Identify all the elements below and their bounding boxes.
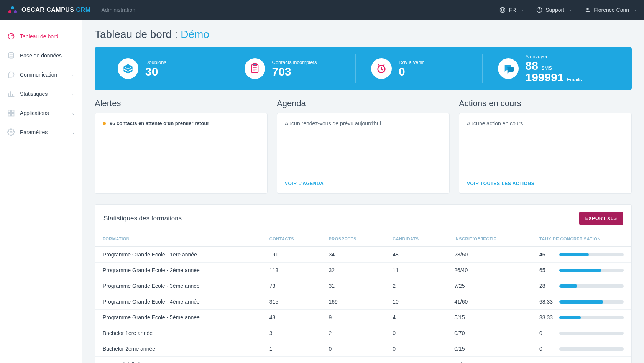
admin-link[interactable]: Administration [101,7,135,13]
cell-taux: 46 [532,247,631,263]
table-row[interactable]: Programme Grande Ecole - 3ème année 73 3… [95,278,631,294]
alerts-title: Alertes [95,99,268,108]
table-row[interactable]: Programme Grande Ecole - 1ère année 191 … [95,247,631,263]
stat-chat[interactable]: A envoyer88SMS199991Emails [482,54,609,83]
sidebar-item-stats[interactable]: Statistiques ⌄ [0,84,82,103]
stat-layers[interactable]: Doublons30 [118,54,229,83]
agenda-empty: Aucun rendez-vous de prévu aujourd'hui [285,120,442,126]
user-icon [585,7,591,13]
col-2[interactable]: PROSPECTS [321,232,385,247]
cell-io: 41/60 [447,294,532,310]
stat-unit: Emails [567,77,582,82]
sidebar-item-database[interactable]: Base de données [0,46,82,65]
cell-contacts: 315 [262,294,321,310]
stats-icon [7,90,15,98]
chevron-down-icon: ⌄ [72,72,75,77]
cell-io: 26/40 [447,263,532,278]
svg-rect-11 [8,114,11,116]
stat-clock[interactable]: Rdv à venir0 [355,54,482,83]
cell-prospects: 9 [321,310,385,325]
stat-clipboard[interactable]: Contacts incomplets703 [229,54,356,83]
col-3[interactable]: CANDIDATS [385,232,447,247]
cell-io: 0/15 [447,341,532,357]
chevron-down-icon: ⌄ [72,130,75,135]
stat-value: 199991 [526,72,564,83]
table-row[interactable]: Bachelor 2ème année 1 0 0 0/15 0 [95,341,631,357]
export-xls-button[interactable]: EXPORT XLS [579,212,623,225]
alert-item[interactable]: 96 contacts en attente d'un premier reto… [103,120,260,126]
brand-name: OSCAR CAMPUS CRM [21,7,90,13]
cell-formation: Programme Grande Ecole - 3ème année [95,278,262,294]
col-0[interactable]: FORMATION [95,232,262,247]
stats-strip: Doublons30 Contacts incomplets703 Rdv à … [95,47,632,90]
user-menu[interactable]: Florence Cann▾ [585,7,636,13]
alerts-card: 96 contacts en attente d'un premier reto… [95,113,268,194]
svg-point-8 [8,53,13,54]
help-icon [536,7,542,13]
stat-label: A envoyer [526,54,582,59]
cell-contacts: 3 [262,325,321,341]
alert-text: 96 contacts en attente d'un premier reto… [110,120,209,126]
cell-candidats: 10 [385,294,447,310]
actions-title: Actions en cours [459,99,632,108]
sidebar-item-apps[interactable]: Applications ⌄ [0,103,82,123]
cell-taux: 68.33 [532,294,631,310]
svg-point-1 [8,10,12,13]
agenda-card: Aucun rendez-vous de prévu aujourd'hui V… [277,113,450,194]
database-icon [7,51,15,60]
layers-icon [118,58,138,79]
cell-candidats: 0 [385,325,447,341]
sidebar-item-dashboard[interactable]: Tableau de bord [0,27,82,46]
taux-value: 46 [539,251,555,258]
cell-contacts: 191 [262,247,321,263]
table-row[interactable]: Programme Grande Ecole - 5ème année 43 9… [95,310,631,325]
cell-taux: 0 [532,341,631,357]
sidebar-item-chat[interactable]: Communication ⌄ [0,65,82,84]
cell-contacts: 113 [262,263,321,278]
svg-point-6 [587,8,589,10]
chevron-down-icon: ⌄ [72,92,75,97]
cell-io: 23/50 [447,247,532,263]
clock-icon [371,58,392,79]
dashboard-icon [7,32,15,41]
chevron-down-icon: ▾ [521,8,523,12]
taux-value: 68.33 [539,299,555,305]
sidebar-item-label: Statistiques [20,91,48,97]
cell-contacts: 1 [262,341,321,357]
actions-link[interactable]: VOIR TOUTES LES ACTIONS [467,181,624,186]
stat-unit: SMS [541,65,552,71]
svg-rect-12 [12,114,14,116]
sidebar-item-label: Tableau de bord [20,33,58,39]
clipboard-icon [245,58,265,79]
table-row[interactable]: MBA Spécialisé CRM 79 10 9 14/30 46.66 [95,357,631,363]
cell-formation: Programme Grande Ecole - 1ère année [95,247,262,263]
support-menu[interactable]: Support▾ [536,7,572,13]
stat-label: Doublons [145,59,166,65]
stats-title: Statistiques des formations [104,215,182,222]
language-selector[interactable]: FR▾ [499,7,523,13]
alert-dot-icon [103,122,106,125]
globe-icon [499,7,506,13]
chevron-down-icon: ▾ [570,8,572,12]
table-row[interactable]: Bachelor 1ère année 3 2 0 0/70 0 [95,325,631,341]
gear-icon [7,128,15,136]
col-4[interactable]: INSCRIT/OBJECTIF [447,232,532,247]
chat-icon [498,58,519,79]
progress-bar [559,253,624,256]
progress-bar [559,300,624,304]
svg-point-13 [10,131,12,133]
cell-candidats: 0 [385,341,447,357]
logo-icon [8,5,18,15]
col-5[interactable]: TAUX DE CONCRÉTISATION [532,232,631,247]
topbar: OSCAR CAMPUS CRM Administration FR▾ Supp… [0,0,644,20]
agenda-link[interactable]: VOIR L'AGENDA [285,181,442,186]
cell-io: 5/15 [447,310,532,325]
col-1[interactable]: CONTACTS [262,232,321,247]
logo[interactable]: OSCAR CAMPUS CRM [8,5,90,15]
taux-value: 65 [539,267,555,273]
main: Tableau de bord : Démo Doublons30 Contac… [82,20,644,363]
table-row[interactable]: Programme Grande Ecole - 4ème année 315 … [95,294,631,310]
table-row[interactable]: Programme Grande Ecole - 2ème année 113 … [95,263,631,278]
sidebar-item-gear[interactable]: Paramètres ⌄ [0,123,82,142]
cell-prospects: 0 [321,341,385,357]
